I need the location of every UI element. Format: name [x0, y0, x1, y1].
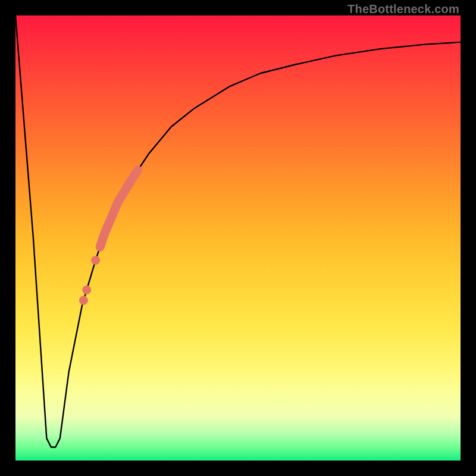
chart-frame: TheBottleneck.com	[0, 0, 476, 476]
curve-group	[15, 15, 461, 447]
highlight-dot-0	[91, 256, 100, 265]
highlight-dot-2	[79, 296, 88, 305]
chart-svg	[15, 15, 461, 461]
plot-area	[15, 15, 461, 461]
bottleneck-curve	[15, 15, 461, 447]
highlight-segment	[100, 170, 138, 247]
highlight-dot-1	[82, 286, 91, 295]
watermark-text: TheBottleneck.com	[347, 2, 459, 16]
